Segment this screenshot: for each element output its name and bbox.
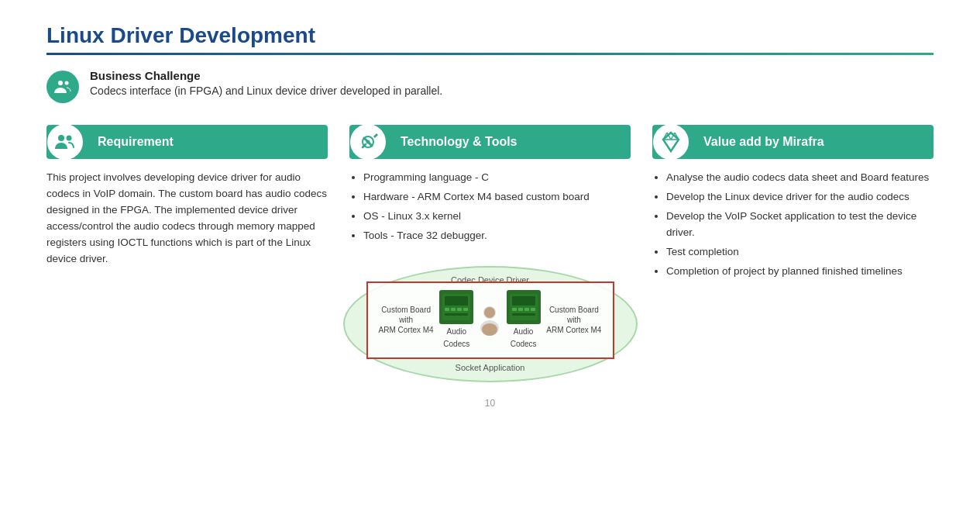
svg-rect-14 bbox=[445, 313, 468, 316]
requirement-column: Requirement This project involves develo… bbox=[46, 125, 328, 268]
technology-label: Technology & Tools bbox=[388, 126, 631, 158]
svg-rect-22 bbox=[518, 308, 523, 311]
requirement-label: Requirement bbox=[85, 126, 328, 158]
left-board-label: Custom Board withARM Cortex M4 bbox=[375, 305, 437, 335]
value-item-2: Develop the Linux device driver for the … bbox=[666, 189, 934, 205]
codec-diagram: Codec Device Driver Socket Application C… bbox=[349, 258, 631, 390]
codec-icon-1 bbox=[439, 290, 473, 324]
business-challenge-text: Business Challenge Codecs interface (in … bbox=[90, 69, 442, 97]
business-challenge-icon bbox=[46, 71, 79, 103]
page-number: 10 bbox=[46, 398, 934, 409]
svg-rect-21 bbox=[512, 308, 517, 311]
value-add-column: Value add by Mirafra Analyse the audio c… bbox=[652, 125, 934, 283]
svg-point-17 bbox=[484, 307, 495, 318]
business-challenge-section: Business Challenge Codecs interface (in … bbox=[46, 69, 934, 103]
bc-title: Business Challenge bbox=[90, 69, 442, 82]
codec-block-1: AudioCodecs bbox=[439, 290, 473, 350]
svg-point-3 bbox=[67, 136, 72, 141]
value-item-5: Completion of project by planned finishe… bbox=[666, 264, 934, 280]
codec-block-2: AudioCodecs bbox=[507, 290, 541, 350]
requirement-header: Requirement bbox=[46, 125, 328, 159]
requirement-icon bbox=[46, 125, 85, 159]
svg-rect-9 bbox=[445, 296, 468, 306]
tech-item-1: Programming language - C bbox=[363, 170, 631, 186]
svg-rect-10 bbox=[445, 308, 449, 311]
title-divider bbox=[46, 53, 934, 55]
svg-point-2 bbox=[58, 135, 64, 141]
tech-item-2: Hardware - ARM Cortex M4 based custom bo… bbox=[363, 189, 631, 205]
svg-point-1 bbox=[65, 81, 69, 85]
codec-icon-2 bbox=[507, 290, 541, 324]
tech-item-4: Tools - Trace 32 debugger. bbox=[363, 228, 631, 244]
svg-rect-23 bbox=[524, 308, 529, 311]
value-add-list: Analyse the audio codecs data sheet and … bbox=[652, 170, 934, 280]
ellipse-bottom-label: Socket Application bbox=[456, 361, 525, 375]
value-add-label: Value add by Mirafra bbox=[691, 126, 934, 158]
value-item-3: Develop the VoIP Socket application to t… bbox=[666, 209, 934, 241]
svg-point-18 bbox=[482, 323, 497, 336]
value-add-header: Value add by Mirafra bbox=[652, 125, 934, 159]
page-title: Linux Driver Development bbox=[46, 23, 934, 48]
codec-label-2: AudioCodecs bbox=[511, 326, 537, 350]
value-item-4: Test completion bbox=[666, 244, 934, 261]
tech-item-3: OS - Linux 3.x kernel bbox=[363, 209, 631, 225]
person-icon bbox=[476, 305, 504, 336]
requirement-body: This project involves developing device … bbox=[46, 170, 328, 268]
diagram-box: Custom Board withARM Cortex M4 bbox=[366, 281, 614, 359]
technology-body: Programming language - C Hardware - ARM … bbox=[349, 170, 631, 390]
page-container: Linux Driver Development Business Challe… bbox=[0, 0, 980, 432]
svg-rect-13 bbox=[463, 308, 468, 311]
svg-rect-20 bbox=[512, 296, 535, 306]
right-board-label: Custom Board withARM Cortex M4 bbox=[543, 305, 605, 335]
value-item-1: Analyse the audio codecs data sheet and … bbox=[666, 170, 934, 186]
technology-icon bbox=[349, 125, 388, 159]
value-add-icon bbox=[652, 125, 691, 159]
three-columns: Requirement This project involves develo… bbox=[46, 125, 934, 390]
technology-header: Technology & Tools bbox=[349, 125, 631, 159]
codec-label-1: AudioCodecs bbox=[443, 326, 469, 350]
svg-rect-24 bbox=[531, 308, 535, 311]
technology-column: Technology & Tools Programming language … bbox=[349, 125, 631, 390]
bc-body: Codecs interface (in FPGA) and Linux dev… bbox=[90, 85, 442, 97]
svg-point-0 bbox=[58, 81, 63, 85]
svg-point-6 bbox=[366, 140, 370, 144]
svg-rect-25 bbox=[512, 313, 535, 316]
diagram-outer: Codec Device Driver Socket Application C… bbox=[349, 258, 631, 390]
svg-rect-11 bbox=[451, 308, 456, 311]
requirement-text: This project involves developing device … bbox=[46, 170, 328, 268]
svg-rect-12 bbox=[457, 308, 462, 311]
technology-list: Programming language - C Hardware - ARM … bbox=[349, 170, 631, 244]
value-add-body: Analyse the audio codecs data sheet and … bbox=[652, 170, 934, 280]
